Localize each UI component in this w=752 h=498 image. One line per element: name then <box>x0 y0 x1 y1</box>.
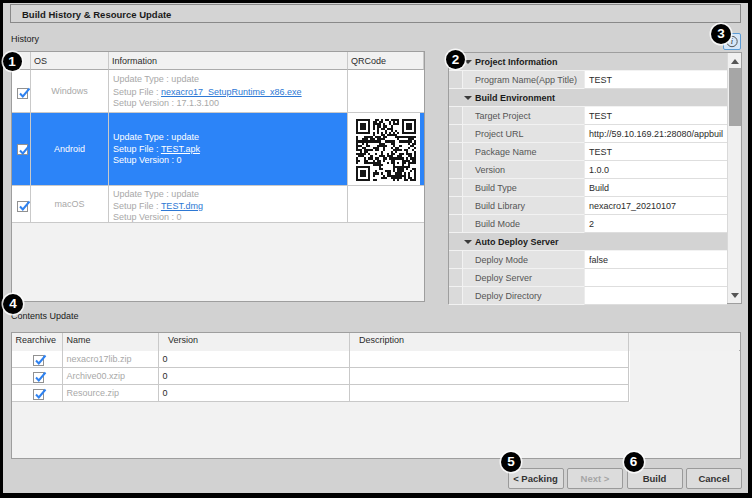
svg-text:i: i <box>731 36 734 46</box>
